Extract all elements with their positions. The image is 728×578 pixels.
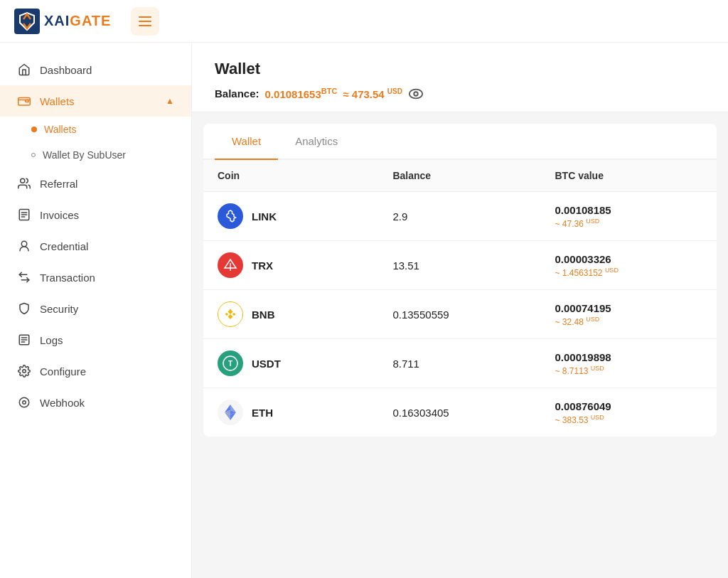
table-row: LINK 2.9 0.00108185 ~ 47.36 USD <box>203 192 717 241</box>
sub-item-label: Wallets <box>44 124 76 135</box>
svg-point-2 <box>21 178 25 183</box>
table-row: TRX 13.51 0.00003326 ~ 1.4563152 USD <box>203 241 717 290</box>
eye-icon[interactable] <box>408 88 424 100</box>
wallet-icon <box>17 94 31 108</box>
coin-cell-usdt: T USDT <box>203 339 378 388</box>
coins-table: Coin Balance BTC value LINK 2.9 0.001081… <box>203 160 717 437</box>
sidebar-item-wallets[interactable]: Wallets ▲ <box>0 85 191 117</box>
balance-cell-bnb: 0.13550559 <box>378 290 540 339</box>
table-header-row: Coin Balance BTC value <box>203 160 717 192</box>
svg-text:T: T <box>228 360 232 368</box>
users-icon <box>17 176 31 191</box>
chevron-up-icon: ▲ <box>166 96 174 106</box>
balance-label: Balance: <box>215 87 259 100</box>
tab-analytics[interactable]: Analytics <box>278 124 355 160</box>
page-title: Wallet <box>215 60 705 78</box>
balance-cell-eth: 0.16303405 <box>378 388 540 437</box>
btc-value-cell-eth: 0.00876049 ~ 383.53 USD <box>540 388 717 437</box>
bnb-logo <box>218 301 243 327</box>
sub-item-label: Wallet By SubUser <box>43 149 126 161</box>
sidebar-item-label: Invoices <box>40 209 79 221</box>
col-coin: Coin <box>203 160 378 192</box>
sidebar-item-invoices[interactable]: Invoices <box>0 199 191 230</box>
coin-name-bnb: BNB <box>252 309 275 321</box>
inactive-dot-icon <box>31 153 36 157</box>
btc-value-cell-link: 0.00108185 ~ 47.36 USD <box>540 192 717 241</box>
sidebar-item-label: Credential <box>40 240 88 252</box>
col-balance: Balance <box>378 160 540 192</box>
menu-button[interactable] <box>131 7 159 36</box>
svg-point-18 <box>414 92 418 96</box>
svg-point-14 <box>23 370 26 373</box>
eth-logo <box>218 400 243 425</box>
sidebar-item-label: Configure <box>40 365 86 378</box>
sidebar-item-referral[interactable]: Referral <box>0 168 191 199</box>
balance-btc-amount: 0.01081653BTC <box>265 87 338 100</box>
svg-rect-29 <box>232 313 235 316</box>
webhook-icon <box>17 395 31 410</box>
trx-logo <box>218 252 243 278</box>
sidebar: Dashboard Wallets ▲ Wallets Wallet B <box>0 43 192 578</box>
coin-name-trx: TRX <box>252 259 273 272</box>
balance-row: Balance: 0.01081653BTC ≈ 473.54 USD <box>215 87 705 100</box>
sidebar-sub-wallets[interactable]: Wallets <box>0 117 191 142</box>
coin-cell-bnb: BNB <box>203 290 378 339</box>
sidebar-item-label: Referral <box>40 178 77 190</box>
sidebar-item-transaction[interactable]: Transaction <box>0 262 191 293</box>
content-area: Wallet Analytics Coin Balance BTC value <box>203 124 717 437</box>
page-header: Wallet Balance: 0.01081653BTC ≈ 473.54 U… <box>192 43 728 112</box>
main-content: Wallet Balance: 0.01081653BTC ≈ 473.54 U… <box>192 43 728 578</box>
sidebar-item-logs[interactable]: Logs <box>0 324 191 355</box>
btc-value-cell-usdt: 0.00019898 ~ 8.7113 USD <box>540 339 717 388</box>
sidebar-item-label: Security <box>40 303 78 315</box>
coin-name-link: LINK <box>252 210 277 223</box>
sidebar-item-dashboard[interactable]: Dashboard <box>0 54 191 85</box>
sidebar-item-label: Wallets <box>40 95 75 107</box>
security-icon <box>17 301 31 316</box>
coin-name-usdt: USDT <box>252 358 281 370</box>
coin-cell-eth: ETH <box>203 388 378 437</box>
sidebar-item-label: Logs <box>40 334 63 346</box>
home-icon <box>17 63 31 77</box>
svg-point-16 <box>23 401 26 405</box>
configure-icon <box>17 364 31 378</box>
balance-approx: ≈ 473.54 USD <box>343 87 402 100</box>
tabs-row: Wallet Analytics <box>203 124 717 160</box>
balance-cell-trx: 13.51 <box>378 241 540 290</box>
btc-value-cell-trx: 0.00003326 ~ 1.4563152 USD <box>540 241 717 290</box>
coin-name-eth: ETH <box>252 407 273 419</box>
svg-marker-26 <box>228 310 232 314</box>
table-row: BNB 0.13550559 0.00074195 ~ 32.48 USD <box>203 290 717 339</box>
table-row: ETH 0.16303405 0.00876049 ~ 383.53 USD <box>203 388 717 437</box>
layout: Dashboard Wallets ▲ Wallets Wallet B <box>0 43 728 578</box>
active-dot-icon <box>31 127 37 132</box>
svg-point-7 <box>21 241 27 247</box>
logo-text: XAIGATE <box>44 13 111 29</box>
sidebar-item-security[interactable]: Security <box>0 293 191 324</box>
logo: XAIGATE <box>14 9 111 34</box>
sidebar-item-label: Transaction <box>40 272 95 284</box>
coin-cell-trx: TRX <box>203 241 378 290</box>
transaction-icon <box>17 270 31 284</box>
coin-cell-link: LINK <box>203 192 378 241</box>
sidebar-item-credential[interactable]: Credential <box>0 230 191 262</box>
sidebar-item-webhook[interactable]: Webhook <box>0 387 191 418</box>
sidebar-item-label: Dashboard <box>40 64 92 76</box>
tab-wallet[interactable]: Wallet <box>215 124 278 160</box>
svg-marker-27 <box>228 315 232 319</box>
invoice-icon <box>17 208 31 222</box>
table-row: T USDT 8.711 0.00019898 ~ 8.7113 USD <box>203 339 717 388</box>
balance-cell-link: 2.9 <box>378 192 540 241</box>
link-logo <box>218 203 243 229</box>
svg-point-15 <box>19 397 29 407</box>
sidebar-item-label: Webhook <box>40 397 85 409</box>
credential-icon <box>17 239 31 253</box>
sidebar-item-configure[interactable]: Configure <box>0 355 191 387</box>
balance-cell-usdt: 8.711 <box>378 339 540 388</box>
wallets-submenu: Wallets Wallet By SubUser <box>0 117 191 168</box>
sidebar-sub-wallet-by-subuser[interactable]: Wallet By SubUser <box>0 142 191 168</box>
svg-point-17 <box>410 89 422 98</box>
logs-icon <box>17 333 31 347</box>
btc-value-cell-bnb: 0.00074195 ~ 32.48 USD <box>540 290 717 339</box>
logo-icon <box>14 9 40 34</box>
